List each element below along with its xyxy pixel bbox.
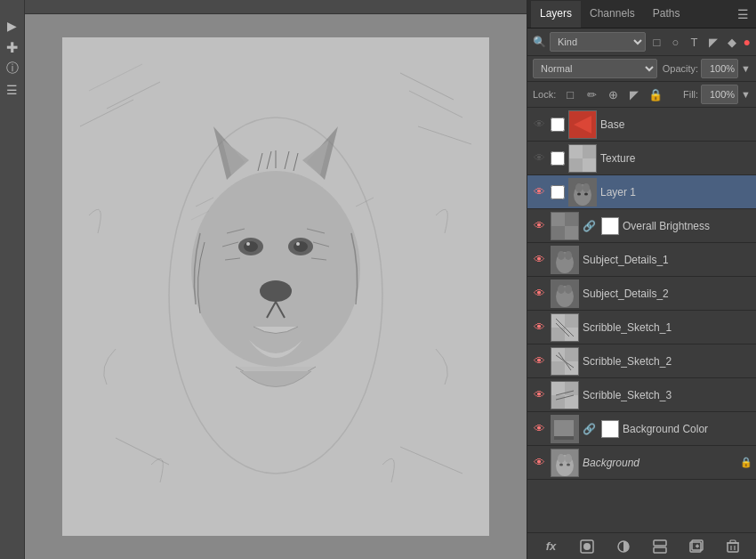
lock-all-icon[interactable]: 🔒 bbox=[647, 88, 664, 101]
lock-position-icon[interactable]: ⊕ bbox=[604, 88, 622, 101]
lock-artboard-icon[interactable]: ◤ bbox=[625, 88, 643, 101]
layer-row[interactable]: 👁 Layer 1 bbox=[527, 175, 756, 209]
tab-paths[interactable]: Paths bbox=[644, 1, 689, 28]
tool-arrow[interactable]: ▶ bbox=[3, 16, 22, 36]
group-layers-button[interactable] bbox=[647, 534, 672, 559]
layer-row[interactable]: 👁 🔗 Overall Brightness bbox=[527, 209, 756, 243]
kind-dropdown[interactable]: Kind bbox=[550, 32, 646, 52]
svg-point-48 bbox=[565, 251, 572, 260]
panel-menu-icon[interactable]: ☰ bbox=[734, 4, 752, 25]
visibility-toggle[interactable]: 👁 bbox=[531, 387, 547, 403]
svg-rect-69 bbox=[554, 420, 574, 436]
svg-point-51 bbox=[558, 285, 565, 294]
add-mask-button[interactable] bbox=[575, 534, 599, 559]
layer-row[interactable]: 👁 🔗 Background Color bbox=[527, 412, 756, 446]
layer-checkbox[interactable] bbox=[551, 185, 565, 199]
svg-point-52 bbox=[565, 285, 572, 294]
layer-row[interactable]: 👁 Texture bbox=[527, 142, 756, 175]
layer-thumbnail bbox=[551, 347, 579, 376]
layer-row[interactable]: 👁 Scribble_Sketch_1 bbox=[527, 311, 756, 344]
svg-point-18 bbox=[244, 241, 258, 252]
canvas-document bbox=[62, 37, 489, 536]
visibility-toggle[interactable]: 👁 bbox=[531, 320, 547, 336]
layers-list: 👁 Base 👁 Texture bbox=[527, 108, 756, 532]
layer-row[interactable]: 👁 Scribble_Sketch_2 bbox=[527, 344, 756, 378]
visibility-toggle[interactable]: 👁 bbox=[531, 421, 547, 437]
adjustment-filter-icon[interactable]: ○ bbox=[668, 36, 684, 49]
fill-label: Fill: bbox=[683, 89, 698, 100]
visibility-toggle[interactable]: 👁 bbox=[531, 150, 547, 166]
fill-expand-icon[interactable]: ▼ bbox=[741, 89, 751, 100]
visibility-toggle[interactable]: 👁 bbox=[531, 218, 547, 234]
svg-point-21 bbox=[296, 242, 300, 246]
layer-search-bar: 🔍 Kind □ ○ T ◤ ◆ ● bbox=[527, 28, 756, 56]
svg-rect-81 bbox=[654, 547, 666, 553]
svg-rect-60 bbox=[565, 361, 578, 375]
layer-name: Subject_Details_1 bbox=[583, 254, 752, 266]
layer-name: Base bbox=[600, 118, 752, 131]
opacity-expand-icon[interactable]: ▼ bbox=[741, 63, 751, 74]
layer-row[interactable]: 👁 Scribble_Sketch_3 bbox=[527, 378, 756, 412]
panel-tab-bar: Layers Channels Paths ☰ bbox=[527, 0, 756, 28]
layer-name: Texture bbox=[600, 152, 752, 165]
svg-point-22 bbox=[260, 280, 292, 302]
tab-channels[interactable]: Channels bbox=[581, 1, 644, 28]
svg-point-78 bbox=[583, 543, 591, 550]
svg-point-47 bbox=[558, 251, 565, 260]
layer-row[interactable]: 👁 Subject_Details_1 bbox=[527, 243, 756, 277]
svg-point-76 bbox=[567, 463, 570, 466]
layer-checkbox[interactable] bbox=[551, 117, 565, 132]
svg-point-41 bbox=[584, 192, 588, 195]
layer-name: Background bbox=[583, 457, 736, 469]
svg-rect-70 bbox=[554, 436, 574, 440]
delete-layer-button[interactable] bbox=[720, 534, 745, 559]
search-icon: 🔍 bbox=[533, 36, 546, 48]
svg-rect-80 bbox=[654, 540, 666, 546]
svg-point-19 bbox=[294, 241, 308, 252]
svg-rect-44 bbox=[565, 226, 578, 239]
visibility-toggle[interactable]: 👁 bbox=[531, 184, 547, 200]
svg-rect-59 bbox=[551, 348, 565, 361]
layer-thumbnail bbox=[551, 280, 579, 308]
lock-image-icon[interactable]: ✏ bbox=[583, 88, 600, 101]
visibility-toggle[interactable]: 👁 bbox=[531, 353, 547, 369]
type-filter-icon[interactable]: T bbox=[687, 36, 703, 49]
visibility-toggle[interactable]: 👁 bbox=[531, 455, 547, 471]
layer-thumbnail bbox=[551, 246, 579, 274]
shape-filter-icon[interactable]: ◤ bbox=[705, 36, 721, 49]
blend-mode-dropdown[interactable]: Normal Multiply Screen Overlay bbox=[533, 59, 657, 78]
layer-row[interactable]: 👁 Subject_Details_2 bbox=[527, 277, 756, 311]
layer-name: Scribble_Sketch_3 bbox=[583, 389, 752, 401]
chain-icon: 🔗 bbox=[583, 220, 596, 232]
tool-move[interactable]: ✚ bbox=[3, 37, 22, 57]
smart-filter-icon[interactable]: ◆ bbox=[724, 36, 740, 49]
visibility-toggle[interactable]: 👁 bbox=[531, 117, 547, 133]
add-style-button[interactable]: fx bbox=[538, 534, 563, 559]
layer-row[interactable]: 👁 Background 🔒 bbox=[527, 446, 756, 480]
chain-icon: 🔗 bbox=[583, 423, 596, 435]
svg-rect-34 bbox=[569, 145, 583, 158]
svg-point-10 bbox=[191, 171, 360, 367]
tab-layers[interactable]: Layers bbox=[531, 1, 581, 28]
layer-checkbox[interactable] bbox=[551, 151, 565, 166]
svg-point-38 bbox=[575, 183, 583, 192]
tool-info[interactable]: ⓘ bbox=[3, 59, 22, 78]
fill-input[interactable] bbox=[701, 85, 738, 104]
visibility-toggle[interactable]: 👁 bbox=[531, 286, 547, 302]
filter-active-icon[interactable]: ● bbox=[744, 35, 751, 49]
opacity-input[interactable] bbox=[701, 59, 738, 78]
layer-row[interactable]: 👁 Base bbox=[527, 108, 756, 142]
layer-name: Overall Brightness bbox=[623, 220, 752, 232]
svg-point-20 bbox=[246, 242, 250, 246]
layer-thumbnail bbox=[551, 449, 579, 477]
tool-layers[interactable]: ☰ bbox=[3, 80, 22, 100]
svg-rect-88 bbox=[730, 540, 736, 543]
layer-name: Layer 1 bbox=[600, 186, 752, 198]
layer-name: Subject_Details_2 bbox=[583, 288, 752, 300]
visibility-toggle[interactable]: 👁 bbox=[531, 252, 547, 268]
lock-transparent-icon[interactable]: □ bbox=[561, 88, 579, 101]
new-layer-button[interactable] bbox=[684, 534, 709, 559]
opacity-label: Opacity: bbox=[663, 63, 698, 74]
pixel-filter-icon[interactable]: □ bbox=[649, 36, 665, 49]
add-adjustment-button[interactable] bbox=[611, 534, 636, 559]
